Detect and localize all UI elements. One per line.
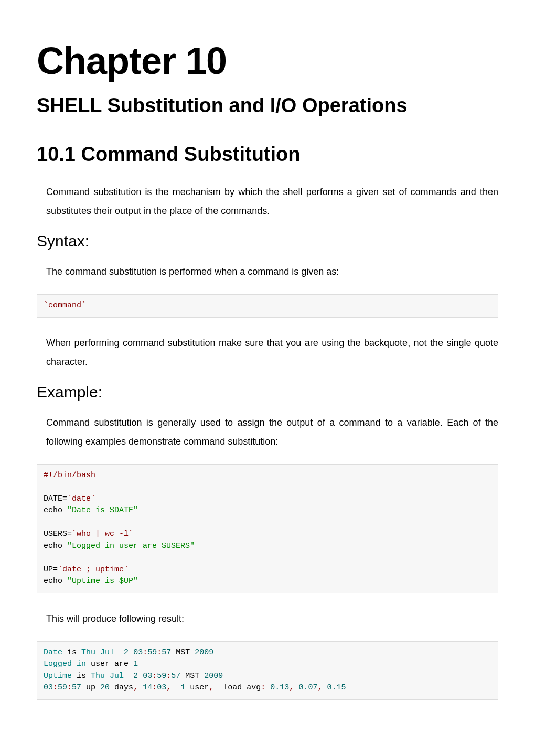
code-text: Jul	[100, 648, 114, 657]
code-text: :	[143, 648, 147, 657]
code-text: 14	[143, 683, 152, 692]
code-text: 0.13	[270, 683, 289, 692]
code-text: `date ; uptime`	[58, 565, 129, 574]
example-intro-text: Command substitution is generally used t…	[37, 413, 498, 451]
chapter-subtitle: SHELL Substitution and I/O Operations	[37, 95, 498, 115]
code-text	[138, 672, 143, 681]
code-text: Date	[44, 648, 62, 657]
section-title: 10.1 Command Substitution	[37, 144, 498, 164]
code-text: ,	[289, 683, 294, 692]
code-text: 0.07	[298, 683, 317, 692]
code-text: user	[185, 683, 209, 692]
code-text: 2009	[204, 672, 223, 681]
code-text	[105, 672, 110, 681]
code-text: 59	[147, 648, 157, 657]
code-text	[129, 648, 133, 657]
syntax-code-block: `command`	[37, 294, 498, 318]
code-text: :	[152, 683, 157, 692]
code-text: is	[62, 648, 81, 657]
code-text: 0.15	[327, 683, 346, 692]
code-text: days	[110, 683, 133, 692]
syntax-intro-text: The command substitution is performed wh…	[37, 262, 498, 281]
code-text: :	[67, 683, 72, 692]
code-text: DATE	[44, 494, 62, 503]
code-text: echo	[44, 577, 67, 586]
code-text: :	[157, 648, 162, 657]
code-text: user are	[86, 660, 133, 668]
code-text: USERS	[44, 530, 67, 538]
code-text: 57	[171, 672, 180, 681]
code-text: Logged	[44, 660, 72, 668]
code-text: "Logged in user are $USERS"	[67, 542, 195, 550]
code-text: :	[261, 683, 265, 692]
code-text: up	[81, 683, 100, 692]
code-text: :	[152, 672, 157, 681]
code-text: 03	[157, 683, 166, 692]
code-text: MST	[171, 648, 195, 657]
example-heading: Example:	[37, 384, 498, 400]
code-text: ,	[133, 683, 138, 692]
output-code-block: Date is Thu Jul 2 03:59:57 MST 2009 Logg…	[37, 641, 498, 700]
code-text: in	[77, 660, 86, 668]
code-text: 20	[100, 683, 110, 692]
code-text: #!/bin/bash	[44, 471, 95, 480]
code-text: 03	[44, 683, 53, 692]
code-text	[72, 660, 77, 668]
code-text: "Uptime is $UP"	[67, 577, 138, 586]
code-text: 57	[72, 683, 81, 692]
code-text: `command`	[44, 301, 86, 310]
example-code-block: #!/bin/bash DATE=`date` echo "Date is $D…	[37, 464, 498, 593]
chapter-title: Chapter 10	[37, 42, 498, 80]
code-text: ,	[166, 683, 171, 692]
code-text	[265, 683, 270, 692]
code-text: 03	[143, 672, 152, 681]
code-text: Uptime	[44, 672, 72, 681]
code-text: "Date is $DATE"	[67, 506, 138, 515]
code-text: is	[72, 672, 91, 681]
code-text: `date`	[67, 494, 95, 503]
code-text: Thu	[81, 648, 95, 657]
code-text	[114, 648, 124, 657]
code-text: echo	[44, 542, 67, 550]
syntax-heading: Syntax:	[37, 233, 498, 249]
code-text: Thu	[91, 672, 105, 681]
code-text: load avg	[213, 683, 261, 692]
code-text: MST	[180, 672, 204, 681]
code-text: UP	[44, 565, 53, 574]
code-text: 1	[180, 683, 185, 692]
code-text: 2	[124, 648, 129, 657]
code-text: 2	[133, 672, 138, 681]
code-text: 2009	[195, 648, 213, 657]
code-text: 59	[58, 683, 67, 692]
code-text: `who | wc -l`	[72, 530, 133, 538]
code-text	[95, 648, 100, 657]
code-text	[171, 683, 180, 692]
code-text: echo	[44, 506, 67, 515]
code-text: ,	[209, 683, 213, 692]
code-text: 1	[133, 660, 138, 668]
code-text: :	[53, 683, 58, 692]
result-intro-text: This will produce following result:	[37, 609, 498, 628]
code-text: 57	[162, 648, 171, 657]
syntax-note-text: When performing command substitution mak…	[37, 333, 498, 371]
code-text: 03	[133, 648, 143, 657]
section-intro-text: Command substitution is the mechanism by…	[37, 182, 498, 220]
code-text	[138, 683, 143, 692]
code-text: :	[166, 672, 171, 681]
code-text	[124, 672, 133, 681]
code-text: Jul	[110, 672, 124, 681]
code-text: 59	[157, 672, 166, 681]
